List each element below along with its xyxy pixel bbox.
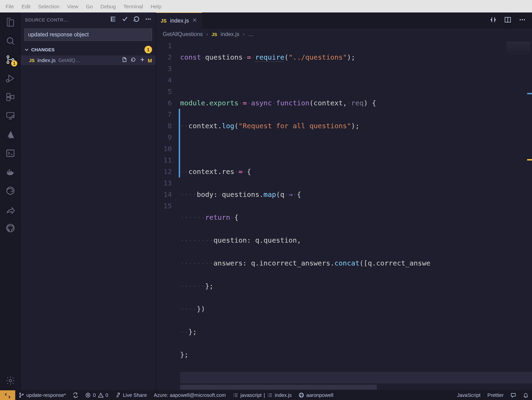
chevron-down-icon bbox=[24, 47, 29, 52]
breadcrumb-file[interactable]: index.js bbox=[221, 31, 239, 37]
live-share[interactable]: Live Share bbox=[112, 390, 150, 400]
language-mode[interactable]: JavaScript bbox=[454, 390, 484, 400]
formatter[interactable]: Prettier bbox=[484, 390, 507, 400]
changed-file-name: index.js bbox=[37, 57, 56, 63]
modified-status: M bbox=[148, 58, 152, 63]
status-js-lang[interactable]: javascript | index.js bbox=[229, 390, 295, 400]
extensions-icon[interactable] bbox=[5, 92, 16, 103]
sync-icon[interactable] bbox=[69, 390, 82, 400]
search-icon[interactable] bbox=[5, 35, 16, 46]
svg-rect-7 bbox=[11, 95, 14, 98]
editor: JS index.js GetAllQuestions › JS index.j… bbox=[156, 12, 532, 390]
svg-point-19 bbox=[522, 19, 523, 20]
menu-help[interactable]: Help bbox=[147, 2, 165, 11]
svg-point-18 bbox=[520, 19, 521, 20]
code-content[interactable]: const·questions·=·require("../questions"… bbox=[180, 40, 532, 390]
changed-file-row[interactable]: JS index.js GetAllQ… M bbox=[21, 55, 156, 65]
activity-bar: 1 bbox=[0, 12, 21, 390]
github-icon[interactable] bbox=[5, 223, 16, 234]
azure-account[interactable]: Azure: aapowell@microsoft.com bbox=[150, 390, 229, 400]
terminal-icon[interactable] bbox=[5, 148, 16, 159]
scm-badge: 1 bbox=[11, 60, 17, 67]
svg-rect-5 bbox=[7, 94, 10, 97]
menubar: File Edit Selection View Go Debug Termin… bbox=[0, 0, 532, 12]
breadcrumb-tail: … bbox=[248, 31, 254, 37]
changes-count-badge: 1 bbox=[144, 46, 152, 53]
statusbar: update-response* 0 0 Live Share Azure: a… bbox=[0, 390, 532, 400]
breadcrumb-folder[interactable]: GetAllQuestions bbox=[163, 31, 203, 37]
open-file-icon[interactable] bbox=[122, 57, 127, 64]
changes-label: CHANGES bbox=[31, 47, 55, 52]
feedback-icon[interactable] bbox=[507, 390, 520, 400]
commit-message-input[interactable] bbox=[24, 28, 152, 41]
svg-rect-10 bbox=[7, 150, 14, 157]
source-control-icon[interactable]: 1 bbox=[5, 54, 16, 65]
svg-point-2 bbox=[7, 61, 9, 63]
tab-label: index.js bbox=[170, 18, 189, 24]
remote-explorer-icon[interactable] bbox=[5, 110, 16, 121]
js-file-icon: JS bbox=[212, 32, 217, 37]
changes-section-header[interactable]: CHANGES 1 bbox=[21, 44, 156, 55]
debug-icon[interactable] bbox=[5, 73, 16, 84]
menu-file[interactable]: File bbox=[2, 2, 17, 11]
close-tab-icon[interactable] bbox=[192, 18, 197, 24]
menu-debug[interactable]: Debug bbox=[97, 2, 119, 11]
problems[interactable]: 0 0 bbox=[82, 390, 112, 400]
more-actions-icon[interactable] bbox=[519, 16, 526, 25]
menu-selection[interactable]: Selection bbox=[35, 2, 63, 11]
docker-icon[interactable] bbox=[5, 166, 16, 177]
horizontal-scrollbar[interactable] bbox=[180, 385, 508, 390]
settings-gear-icon[interactable] bbox=[5, 375, 16, 386]
compare-icon[interactable] bbox=[490, 16, 497, 25]
menu-edit[interactable]: Edit bbox=[18, 2, 34, 11]
chevron-right-icon: › bbox=[206, 31, 208, 37]
menu-go[interactable]: Go bbox=[82, 2, 96, 11]
svg-point-15 bbox=[148, 18, 149, 19]
tab-bar: JS index.js bbox=[156, 12, 532, 28]
share-icon[interactable] bbox=[5, 204, 16, 215]
edge-icon[interactable] bbox=[5, 185, 16, 196]
svg-point-16 bbox=[150, 18, 151, 19]
refresh-icon[interactable] bbox=[133, 16, 140, 24]
svg-point-0 bbox=[7, 38, 13, 43]
split-editor-icon[interactable] bbox=[504, 16, 511, 25]
svg-point-23 bbox=[23, 394, 24, 395]
svg-point-20 bbox=[524, 19, 525, 20]
svg-point-9 bbox=[12, 115, 14, 118]
commit-icon[interactable] bbox=[122, 16, 128, 24]
view-as-tree-icon[interactable] bbox=[110, 16, 116, 24]
svg-point-22 bbox=[20, 397, 21, 398]
overview-ruler[interactable] bbox=[527, 40, 532, 390]
js-file-icon: JS bbox=[161, 18, 167, 24]
chevron-right-icon: › bbox=[243, 31, 245, 37]
svg-rect-6 bbox=[7, 97, 10, 101]
tab-index-js[interactable]: JS index.js bbox=[156, 12, 202, 28]
github-user[interactable]: aaronpowell bbox=[295, 390, 337, 400]
changed-file-path: GetAllQ… bbox=[58, 58, 118, 63]
more-icon[interactable] bbox=[145, 16, 151, 24]
menu-terminal[interactable]: Terminal bbox=[120, 2, 147, 11]
code-editor[interactable]: 1 2 3 4 5 6 7 8 9 10 11 12 13 14 15 cons… bbox=[156, 40, 532, 390]
svg-point-14 bbox=[146, 18, 147, 19]
line-gutter: 1 2 3 4 5 6 7 8 9 10 11 12 13 14 15 bbox=[156, 40, 180, 390]
discard-icon[interactable] bbox=[131, 57, 136, 64]
menu-view[interactable]: View bbox=[64, 2, 82, 11]
svg-point-13 bbox=[9, 380, 12, 382]
azure-icon[interactable] bbox=[5, 129, 16, 140]
breadcrumb[interactable]: GetAllQuestions › JS index.js › … bbox=[156, 28, 532, 40]
stage-icon[interactable] bbox=[140, 57, 145, 64]
bell-icon[interactable] bbox=[520, 390, 532, 400]
sidebar-title: SOURCE CONTR… bbox=[25, 17, 106, 23]
svg-point-4 bbox=[6, 80, 9, 82]
explorer-icon[interactable] bbox=[5, 17, 16, 28]
git-branch[interactable]: update-response* bbox=[15, 390, 69, 400]
svg-point-21 bbox=[20, 393, 21, 394]
source-control-sidebar: SOURCE CONTR… CHANGES 1 JS index.js GetA… bbox=[21, 12, 156, 390]
svg-point-1 bbox=[7, 56, 9, 58]
js-file-icon: JS bbox=[29, 58, 35, 63]
sidebar-header: SOURCE CONTR… bbox=[21, 12, 156, 27]
remote-indicator[interactable] bbox=[0, 390, 15, 400]
